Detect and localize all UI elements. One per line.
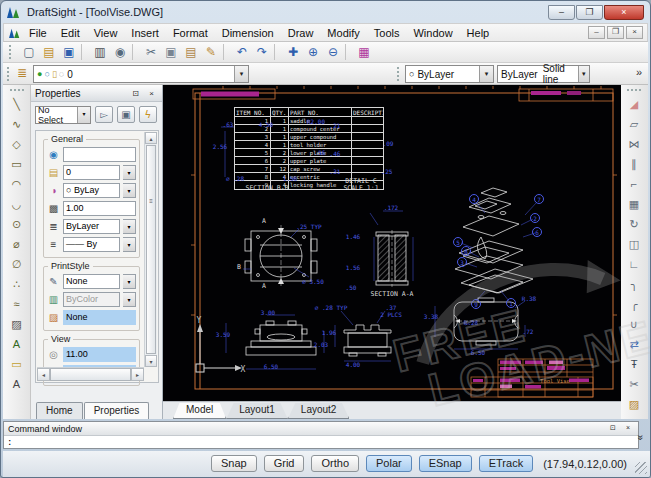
property-value[interactable]: ByLayer xyxy=(63,219,120,234)
cut-icon[interactable]: ✂ xyxy=(141,43,161,61)
chevron-down-icon[interactable]: ▾ xyxy=(77,107,90,123)
arc-tool[interactable]: ◠ xyxy=(6,174,28,194)
scroll-up-icon[interactable]: ▴ xyxy=(145,132,157,144)
chamfer-tool[interactable]: ╭ xyxy=(623,294,645,314)
menu-modify[interactable]: Modify xyxy=(320,25,366,41)
menu-edit[interactable]: Edit xyxy=(54,25,87,41)
menu-insert[interactable]: Insert xyxy=(124,25,166,41)
scroll-left-icon[interactable]: ◂ xyxy=(37,368,50,381)
command-input[interactable]: : xyxy=(4,436,638,448)
toolbar-drag-handle[interactable] xyxy=(7,67,12,81)
polygon-tool[interactable]: ◇ xyxy=(6,134,28,154)
tab-properties[interactable]: Properties xyxy=(84,402,150,419)
ellipse-tool[interactable]: ⌀ xyxy=(6,234,28,254)
separator[interactable] xyxy=(81,44,88,60)
property-value[interactable]: —— By xyxy=(63,237,120,252)
menu-format[interactable]: Format xyxy=(166,25,215,41)
print-preview-icon[interactable]: ◉ xyxy=(110,43,130,61)
property-value[interactable] xyxy=(63,147,136,162)
title-bar[interactable]: DraftSight - [ToolVise.DWG] – ❐ × xyxy=(1,1,650,23)
toolbar-drag-handle[interactable] xyxy=(627,89,641,91)
point-tool[interactable]: ∴ xyxy=(6,274,28,294)
menu-file[interactable]: File xyxy=(22,25,54,41)
pencil-icon[interactable]: ✎ xyxy=(201,43,221,61)
scroll-down-icon[interactable]: ▾ xyxy=(145,355,157,367)
redo-icon[interactable]: ↷ xyxy=(252,43,272,61)
chevron-down-icon[interactable]: ▾ xyxy=(123,274,136,289)
menu-dimension[interactable]: Dimension xyxy=(215,25,281,41)
extend-tool[interactable]: ⇄ xyxy=(623,334,645,354)
resize-grip[interactable] xyxy=(635,462,647,474)
chevron-down-icon[interactable]: ▾ xyxy=(479,66,493,82)
tab-model[interactable]: Model xyxy=(173,403,226,419)
property-value[interactable]: 0 xyxy=(63,165,120,180)
select-entities-button[interactable]: ▻ xyxy=(95,106,113,123)
stretch-tool[interactable]: ∟ xyxy=(623,254,645,274)
toolbar-drag-handle[interactable] xyxy=(9,45,14,59)
tab-layout1[interactable]: Layout1 xyxy=(226,403,288,419)
close-button[interactable]: × xyxy=(604,5,644,20)
command-expand-button[interactable]: » xyxy=(636,435,647,441)
hatch-edit-tool[interactable]: ▨ xyxy=(623,394,645,414)
weld-tool[interactable]: ∪ xyxy=(623,314,645,334)
grid-toggle[interactable]: Grid xyxy=(264,455,305,472)
scrollbar-thumb[interactable] xyxy=(50,368,131,381)
property-value[interactable]: 11.00 xyxy=(63,347,136,362)
tab-home[interactable]: Home xyxy=(36,402,83,419)
mdi-minimize-button[interactable]: – xyxy=(588,26,605,39)
scroll-right-icon[interactable]: ▸ xyxy=(131,368,144,381)
esnap-toggle[interactable]: ESnap xyxy=(419,455,472,472)
offset-tool[interactable]: ∥ xyxy=(623,154,645,174)
property-value[interactable]: 1.00 xyxy=(63,201,136,216)
mdi-close-button[interactable]: × xyxy=(626,26,643,39)
save-icon[interactable]: ▣ xyxy=(59,43,79,61)
line-tool[interactable]: ╲ xyxy=(6,94,28,114)
spline-tool[interactable]: ◡ xyxy=(6,194,28,214)
freehand-tool[interactable]: ≈ xyxy=(6,294,28,314)
property-value[interactable]: ByColor xyxy=(63,292,120,307)
menu-window[interactable]: Window xyxy=(406,25,459,41)
separator[interactable] xyxy=(132,44,139,60)
fillet-tool[interactable]: ╮ xyxy=(623,274,645,294)
chevron-down-icon[interactable]: ▾ xyxy=(123,183,136,198)
menu-draw[interactable]: Draw xyxy=(281,25,321,41)
layer-combo[interactable]: ●○▯◌ 0 ▾ xyxy=(33,65,249,83)
hatch-tool[interactable]: ▨ xyxy=(6,314,28,334)
quick-select-button[interactable]: ϟ xyxy=(139,106,157,123)
toolbar-drag-handle[interactable] xyxy=(397,67,402,81)
new-icon[interactable]: ▢ xyxy=(19,43,39,61)
open-icon[interactable]: ▤ xyxy=(39,43,59,61)
note-tool[interactable]: A xyxy=(6,374,28,394)
toolbar-overflow-button[interactable]: » xyxy=(636,66,642,78)
properties-header[interactable]: Properties ⊡ × xyxy=(31,85,162,102)
delete-tool[interactable]: ◢ xyxy=(623,94,645,114)
ellipse-arc-tool[interactable]: ∅ xyxy=(6,254,28,274)
chevron-down-icon[interactable]: ▾ xyxy=(123,219,136,234)
polar-toggle[interactable]: Polar xyxy=(366,455,412,472)
separator[interactable] xyxy=(345,44,352,60)
tab-layout2[interactable]: Layout2 xyxy=(288,403,350,419)
paste-icon[interactable]: ▤ xyxy=(181,43,201,61)
copy-icon[interactable]: ▣ xyxy=(161,43,181,61)
edit-polyline-tool[interactable]: ⌐ xyxy=(623,174,645,194)
trim-tool[interactable]: Ŧ xyxy=(623,354,645,374)
command-window[interactable]: Command window ⊡ × : xyxy=(3,421,639,449)
chevron-down-icon[interactable]: ▾ xyxy=(234,66,248,82)
circle-tool[interactable]: ⊙ xyxy=(6,214,28,234)
close-icon[interactable]: × xyxy=(145,87,158,99)
line-color-combo[interactable]: ○ ByLayer ▾ xyxy=(405,65,494,83)
menu-view[interactable]: View xyxy=(87,25,125,41)
rotate-tool[interactable]: ↻ xyxy=(623,214,645,234)
menu-help[interactable]: Help xyxy=(460,25,497,41)
vertical-scrollbar[interactable]: ▴ ≡ ▾ xyxy=(144,132,157,367)
scrollbar-thumb[interactable]: ≡ xyxy=(146,145,156,354)
rectangle-tool[interactable]: ▭ xyxy=(6,154,28,174)
toolbar-drag-handle[interactable] xyxy=(10,89,24,91)
property-value[interactable]: ○ ByLay xyxy=(63,183,120,198)
horizontal-scrollbar[interactable]: ◂ ▸ xyxy=(37,367,144,381)
chevron-down-icon[interactable]: ▾ xyxy=(123,292,136,307)
property-value[interactable]: None xyxy=(63,310,136,325)
polyline-tool[interactable]: ∿ xyxy=(6,114,28,134)
snap-toggle[interactable]: Snap xyxy=(211,455,257,472)
property-value[interactable]: None xyxy=(63,274,120,289)
